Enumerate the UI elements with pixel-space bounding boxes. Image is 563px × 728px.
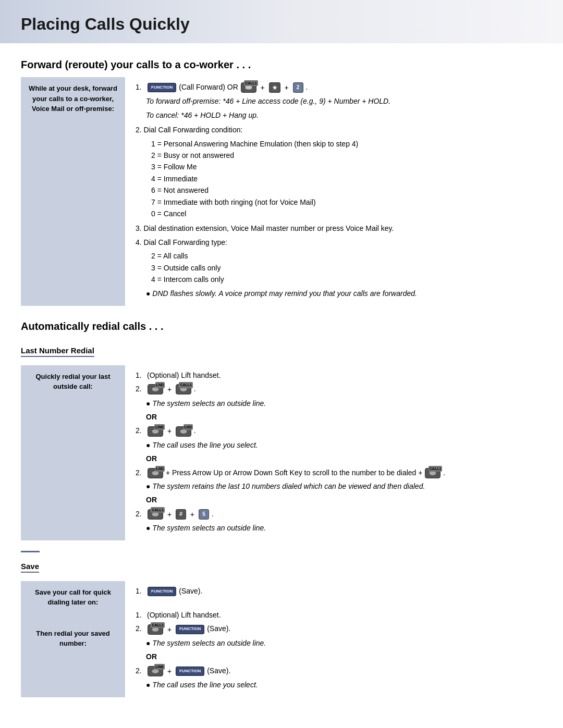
line-sup: LINE xyxy=(154,424,165,430)
forward-step2: 2. Dial Call Forwarding condition: xyxy=(136,124,537,135)
page-header: Placing Calls Quickly xyxy=(0,0,563,43)
forward-section-body: While at your desk, forward your calls t… xyxy=(21,77,542,306)
type-3: 3 = Outside calls only xyxy=(151,262,537,274)
redial-step2a: 2. LND + CALL1 . xyxy=(136,383,537,395)
redial-step2c-note: ● The system retains the last 10 numbers… xyxy=(146,480,537,492)
save-left-label2: Then redial your saved number: xyxy=(26,628,120,649)
svg-point-5 xyxy=(152,471,159,475)
redial-step1: 1. (Optional) Lift handset. xyxy=(136,369,537,381)
forward-dnd-note: ● DND flashes slowly. A voice prompt may… xyxy=(146,288,537,299)
save-divider xyxy=(21,551,40,552)
forward-step2-label: 2. Dial Call Forwarding condition: xyxy=(136,124,242,135)
forward-step1: 1. FUNCTION (Call Forward) OR CALL1 + ★ … xyxy=(136,81,537,93)
redial-saved-step2a: 2. CALL1 + FUNCTION (Save). xyxy=(136,623,537,635)
call1-key-1: CALL1 xyxy=(176,384,191,394)
lnd-sup2: LND xyxy=(183,424,193,430)
call1-key-save1: CALL1 xyxy=(148,624,163,635)
lnd-key-2: LND xyxy=(176,426,191,437)
forward-conditions: 1 = Personal Answering Machine Emulation… xyxy=(151,138,537,220)
save-left-labels: Save your call for quick dialing later o… xyxy=(21,581,125,697)
redial-saved-2a-note: ● The system selects an outside line. xyxy=(146,637,537,649)
redial-right-col: 1. (Optional) Lift handset. 2. LND + CAL… xyxy=(125,365,542,540)
svg-point-7 xyxy=(152,512,159,516)
redial-step2b-keys: LINE + LND . xyxy=(147,425,196,437)
svg-point-6 xyxy=(430,471,436,475)
page-content: Forward (reroute) your calls to a co-wor… xyxy=(0,48,563,716)
forward-types: 2 = All calls 3 = Outside calls only 4 =… xyxy=(151,250,537,285)
plus2: + xyxy=(285,82,289,93)
redial-step2d-note: ● The system selects an outside line. xyxy=(146,522,537,534)
save-section-body: Save your call for quick dialing later o… xyxy=(21,581,542,697)
lnd-key-1: LND xyxy=(148,384,163,394)
page-title: Placing Calls Quickly xyxy=(21,15,542,34)
line-key-save: LINE xyxy=(148,666,163,676)
forward-section-title: Forward (reroute) your calls to a co-wor… xyxy=(21,59,542,71)
type-4: 4 = Intercom calls only xyxy=(151,274,537,285)
redial-step2b-note: ● The call uses the line you select. xyxy=(146,439,537,451)
lnd-sup3: LND xyxy=(155,466,165,472)
redial-step2b: 2. LINE + LND . xyxy=(136,425,537,437)
hash-key: # xyxy=(176,509,186,520)
redial-step2d: 2. CALL1 + # + 5 . xyxy=(136,508,537,520)
redial-saved-step2b: 2. LINE + FUNCTION (Save). xyxy=(136,665,537,677)
redial-section-title: Automatically redial calls . . . xyxy=(21,320,542,332)
call1-key-3: CALL1 xyxy=(148,509,163,520)
condition-3: 3 = Follow Me xyxy=(151,161,537,172)
redial-saved-step1: 1. (Optional) Lift handset. xyxy=(136,609,537,621)
redial-step2c-content: LND + Press Arrow Up or Arrow Down Soft … xyxy=(147,467,445,478)
condition-0: 0 = Cancel xyxy=(151,208,537,219)
line-save-sup: LINE xyxy=(154,664,165,670)
save-subtitle: Save xyxy=(21,562,39,573)
call1-key-2: CALL1 xyxy=(425,468,440,478)
forward-step1-num: 1. xyxy=(136,81,144,93)
lnd-key-3: LND xyxy=(148,468,163,478)
svg-point-9 xyxy=(152,669,159,673)
save-step1-content: FUNCTION (Save). xyxy=(147,585,202,597)
type-2: 2 = All calls xyxy=(151,250,537,262)
call1-sup3: CALL1 xyxy=(429,466,443,472)
num5-key: 5 xyxy=(199,509,209,520)
redial-saved-2b-keys: LINE + FUNCTION (Save). xyxy=(147,665,230,677)
svg-point-3 xyxy=(152,429,159,434)
save-left-label1: Save your call for quick dialing later o… xyxy=(26,587,120,608)
redial-saved-2b-note: ● The call uses the line you select. xyxy=(146,679,537,690)
plus1: + xyxy=(261,82,265,93)
forward-step1-note2: To cancel: *46 + HOLD + Hang up. xyxy=(146,109,537,121)
svg-point-0 xyxy=(246,85,251,89)
call1-superscript: CALL1 xyxy=(244,80,258,86)
redial-step2a-keys: LND + CALL1 . xyxy=(147,383,196,395)
save-spacer xyxy=(136,599,537,609)
or-3: OR xyxy=(146,494,537,505)
call1-sup4: CALL1 xyxy=(151,507,165,513)
call-key-1: CALL1 xyxy=(241,82,256,93)
star-key: ★ xyxy=(269,82,280,93)
svg-point-4 xyxy=(180,429,187,434)
condition-2: 2 = Busy or not answered xyxy=(151,150,537,161)
condition-1: 1 = Personal Answering Machine Emulation… xyxy=(151,138,537,150)
num2-key: 2 xyxy=(293,82,303,93)
svg-point-8 xyxy=(152,627,159,632)
or-2: OR xyxy=(146,453,537,464)
forward-step1-content: FUNCTION (Call Forward) OR CALL1 + ★ + 2… xyxy=(147,81,308,93)
forward-step1-note1: To forward off-premise: *46 + Line acces… xyxy=(146,95,537,107)
condition-6: 6 = Not answered xyxy=(151,184,537,196)
redial-step2a-note: ● The system selects an outside line. xyxy=(146,398,537,409)
call1-save-sup: CALL1 xyxy=(151,622,165,628)
forward-right-col: 1. FUNCTION (Call Forward) OR CALL1 + ★ … xyxy=(125,77,542,306)
function-key-save2: FUNCTION xyxy=(176,625,204,634)
or-1: OR xyxy=(146,411,537,423)
call1-sup2: CALL1 xyxy=(179,382,193,388)
redial-step2d-keys: CALL1 + # + 5 . xyxy=(147,508,214,520)
lnd-superscript: LND xyxy=(155,382,165,388)
save-or-1: OR xyxy=(146,651,537,662)
save-right-col: 1. FUNCTION (Save). 1. (Optional) Lift h… xyxy=(125,581,542,697)
function-key-save: FUNCTION xyxy=(148,587,176,596)
svg-point-2 xyxy=(180,387,187,391)
forward-step4: 4. Dial Call Forwarding type: xyxy=(136,237,537,248)
condition-7: 7 = Immediate with both ringing (not for… xyxy=(151,196,537,208)
redial-saved-2a-keys: CALL1 + FUNCTION (Save). xyxy=(147,623,230,635)
forward-step3-label: 3. Dial destination extension, Voice Mai… xyxy=(136,223,394,234)
condition-4: 4 = Immediate xyxy=(151,173,537,184)
forward-step4-label: 4. Dial Call Forwarding type: xyxy=(136,237,227,248)
forward-left-label: While at your desk, forward your calls t… xyxy=(21,77,125,306)
